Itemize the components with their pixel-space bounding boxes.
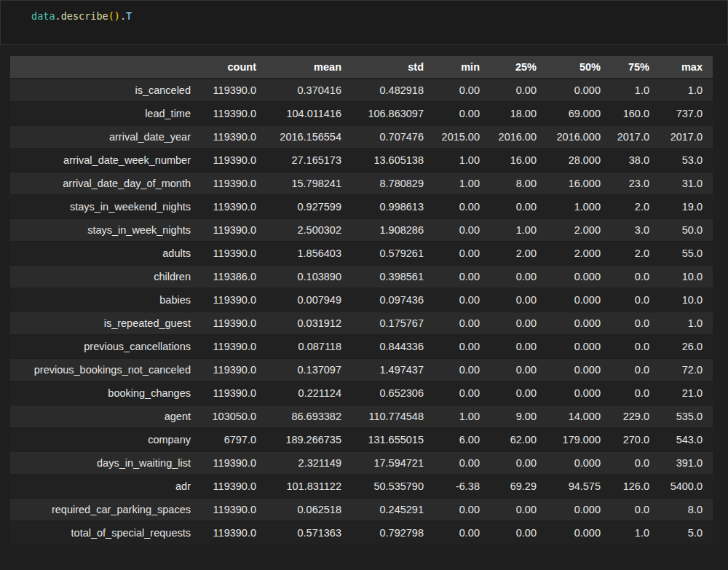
cell-value: 0.927599 — [266, 196, 352, 218]
cell-value: 0.175767 — [352, 312, 434, 334]
cell-value: 28.000 — [547, 149, 611, 171]
cell-value: 0.221124 — [266, 382, 352, 404]
table-row: adults119390.01.8564030.5792610.002.002.… — [10, 242, 713, 264]
cell-value: 23.0 — [611, 173, 660, 194]
cell-value: 94.575 — [547, 475, 611, 497]
cell-value: 0.00 — [490, 312, 547, 334]
cell-value: 0.000 — [547, 312, 611, 334]
table-header-row: countmeanstdmin25%50%75%max — [10, 56, 713, 78]
cell-value: 0.0 — [611, 382, 660, 404]
cell-value: 0.000 — [547, 79, 611, 101]
table-row: previous_bookings_not_canceled119390.00.… — [10, 359, 713, 381]
row-label: arrival_date_year — [10, 126, 201, 148]
cell-value: 53.0 — [660, 149, 713, 171]
cell-value: 119390.0 — [201, 382, 266, 404]
cell-value: 0.0 — [611, 289, 660, 311]
cell-value: 69.000 — [547, 103, 611, 124]
cell-value: 2015.00 — [434, 126, 490, 148]
cell-value: 2017.0 — [660, 126, 713, 148]
cell-value: 104.011416 — [266, 103, 352, 124]
code-line[interactable]: data.describe().T — [31, 9, 727, 23]
cell-value: 0.792798 — [352, 522, 434, 544]
table-row: agent103050.086.693382110.7745481.009.00… — [10, 405, 713, 427]
cell-value: 0.00 — [434, 289, 490, 311]
cell-value: 119390.0 — [201, 126, 266, 148]
cell-value: 0.103890 — [266, 266, 352, 288]
table-row: arrival_date_week_number119390.027.16517… — [10, 149, 713, 171]
cell-value: 106.863097 — [352, 103, 434, 124]
cell-value: 1.856403 — [266, 242, 352, 264]
cell-value: 1.908286 — [352, 219, 434, 241]
cell-value: 10.0 — [660, 289, 713, 311]
row-label: adr — [10, 475, 201, 497]
cell-value: 2.500302 — [266, 219, 352, 241]
row-label: required_car_parking_spaces — [10, 499, 201, 520]
cell-value: 8.00 — [490, 173, 547, 194]
cell-value: 2016.156554 — [266, 126, 352, 148]
cell-value: 0.00 — [490, 359, 547, 381]
cell-value: 0.000 — [547, 336, 611, 357]
cell-value: 0.652306 — [352, 382, 434, 404]
cell-value: 119390.0 — [201, 499, 266, 520]
cell-value: 13.605138 — [352, 149, 434, 171]
cell-value: 0.000 — [547, 289, 611, 311]
cell-value: 27.165173 — [266, 149, 352, 171]
cell-value: 0.0 — [611, 266, 660, 288]
cell-value: 6.00 — [434, 429, 490, 451]
code-token: describe — [61, 10, 108, 22]
cell-value: 1.0 — [611, 79, 660, 101]
cell-value: 0.00 — [434, 196, 490, 218]
column-header: mean — [266, 56, 352, 78]
cell-value: 0.482918 — [352, 79, 434, 101]
cell-value: 0.571363 — [266, 522, 352, 544]
cell-value: 50.535790 — [352, 475, 434, 497]
column-header: max — [660, 56, 713, 78]
cell-value: 0.000 — [547, 266, 611, 288]
cell-value: 0.000 — [547, 359, 611, 381]
cell-value: 18.00 — [490, 103, 547, 124]
cell-value: 229.0 — [611, 405, 660, 427]
cell-value: 119386.0 — [201, 266, 266, 288]
row-label: booking_changes — [10, 382, 201, 404]
cell-value: 50.0 — [660, 219, 713, 241]
code-cell[interactable]: data.describe().T — [0, 0, 728, 45]
cell-value: 2.000 — [547, 219, 611, 241]
cell-value: 0.00 — [434, 499, 490, 520]
cell-value: 119390.0 — [201, 475, 266, 497]
cell-value: 17.594721 — [352, 452, 434, 474]
cell-value: 2.0 — [611, 196, 660, 218]
cell-value: 2.321149 — [266, 452, 352, 474]
table-row: is_canceled119390.00.3704160.4829180.000… — [10, 79, 713, 101]
row-label: company — [10, 429, 201, 451]
cell-value: 119390.0 — [201, 79, 266, 101]
cell-value: 14.000 — [547, 405, 611, 427]
cell-value: 0.00 — [434, 312, 490, 334]
notebook-page: { "code_cell": { "code_plain": "data.des… — [0, 0, 728, 570]
row-label: arrival_date_day_of_month — [10, 173, 201, 194]
cell-value: 72.0 — [660, 359, 713, 381]
code-token: ( — [108, 10, 114, 22]
cell-value: 38.0 — [611, 149, 660, 171]
cell-value: 31.0 — [660, 173, 713, 194]
cell-value: 1.00 — [490, 219, 547, 241]
cell-value: 0.00 — [434, 79, 490, 101]
cell-value: 1.000 — [547, 196, 611, 218]
cell-value: 1.00 — [434, 149, 490, 171]
cell-value: 110.774548 — [352, 405, 434, 427]
cell-value: 0.097436 — [352, 289, 434, 311]
cell-value: 126.0 — [611, 475, 660, 497]
cell-value: 0.00 — [434, 336, 490, 357]
row-label: lead_time — [10, 103, 201, 124]
row-label: children — [10, 266, 201, 288]
table-row: total_of_special_requests119390.00.57136… — [10, 522, 713, 544]
cell-value: 189.266735 — [266, 429, 352, 451]
cell-value: 543.0 — [660, 429, 713, 451]
column-header: min — [434, 56, 490, 78]
cell-value: 0.031912 — [266, 312, 352, 334]
cell-value: 2016.000 — [547, 126, 611, 148]
cell-value: 270.0 — [611, 429, 660, 451]
cell-value: 119390.0 — [201, 312, 266, 334]
cell-value: 119390.0 — [201, 103, 266, 124]
cell-value: 0.370416 — [266, 79, 352, 101]
cell-value: 0.007949 — [266, 289, 352, 311]
